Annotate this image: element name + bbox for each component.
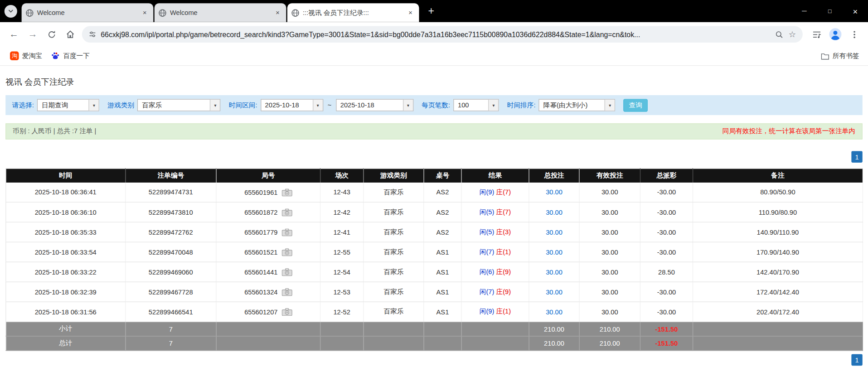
cell-round: 655601441 [216, 262, 320, 282]
bookmark-star-icon[interactable]: ☆ [789, 29, 796, 39]
cell-valid-bet: 30.00 [579, 262, 640, 282]
page-size-select[interactable]: 100 ▾ [453, 99, 499, 111]
cell-round: 655601207 [216, 302, 320, 322]
total-bet-link[interactable]: 30.00 [546, 248, 563, 256]
sort-order-label: 时间排序: [507, 101, 536, 110]
search-button[interactable]: 查询 [624, 99, 648, 111]
column-header-valid-bet: 有效投注 [579, 169, 640, 183]
total-row: 总计 7 210.00 210.00 -151.50 [6, 336, 863, 351]
column-header-bet-id: 注单编号 [126, 169, 216, 183]
cell-session: 12-55 [320, 242, 364, 262]
tab-close-icon[interactable]: × [273, 8, 282, 18]
camera-icon[interactable] [281, 308, 292, 316]
chevron-down-icon[interactable]: ▾ [488, 100, 498, 111]
table-row: 2025-10-18 06:33:54 522899470048 6556015… [6, 242, 863, 262]
globe-icon [291, 9, 299, 17]
site-settings-icon[interactable] [88, 30, 96, 38]
total-bet-link[interactable]: 30.00 [546, 308, 563, 316]
column-header-time: 时间 [6, 169, 126, 183]
chevron-down-icon[interactable]: ▾ [605, 100, 615, 111]
tab-bet-record-active[interactable]: :::视讯 会员下注纪录::: × [287, 3, 419, 22]
address-bar[interactable]: 66cxkj98.com/ipl/portal.php/game/betreco… [82, 26, 803, 43]
page-button-1[interactable]: 1 [851, 151, 862, 163]
tab-close-icon[interactable]: × [406, 8, 415, 18]
bookmark-baidu[interactable]: 百度一下 [47, 49, 94, 63]
cell-payout: 28.50 [640, 262, 693, 282]
date-from-select[interactable]: 2025-10-18 ▾ [261, 99, 323, 111]
browser-menu-icon[interactable] [845, 25, 864, 44]
camera-icon[interactable] [281, 208, 292, 216]
total-bet-link[interactable]: 30.00 [546, 268, 563, 276]
cell-total-bet: 30.00 [529, 182, 579, 202]
sort-order-select[interactable]: 降幂(由大到小) ▾ [539, 99, 616, 111]
tab-welcome-2[interactable]: Welcome × [155, 3, 286, 22]
cell-table: AS1 [424, 242, 461, 262]
chevron-down-icon[interactable]: ▾ [403, 100, 413, 111]
url-text[interactable]: 66cxkj98.com/ipl/portal.php/game/betreco… [101, 30, 770, 39]
cell-round: 655601872 [216, 202, 320, 222]
total-bet-link[interactable]: 30.00 [546, 188, 563, 196]
cell-session: 12-54 [320, 262, 364, 282]
folder-icon [821, 52, 829, 59]
tab-welcome-1[interactable]: Welcome × [22, 3, 154, 22]
profile-avatar[interactable] [826, 25, 845, 44]
total-bet-link[interactable]: 30.00 [546, 228, 563, 236]
cell-total-bet: 30.00 [529, 222, 579, 242]
table-body: 2025-10-18 06:36:41 522899474731 6556019… [6, 182, 863, 322]
forward-icon[interactable]: → [23, 25, 42, 44]
chevron-down-icon[interactable]: ▾ [210, 100, 220, 111]
cell-valid-bet: 30.00 [579, 182, 640, 202]
cell-round: 655601324 [216, 282, 320, 302]
media-controls-icon[interactable] [807, 25, 826, 44]
tab-title: :::视讯 会员下注纪录::: [303, 8, 402, 18]
cell-valid-bet: 30.00 [579, 202, 640, 222]
cell-session: 12-42 [320, 202, 364, 222]
cell-payout: -30.00 [640, 242, 693, 262]
refresh-icon[interactable] [42, 25, 61, 44]
cell-table: AS1 [424, 302, 461, 322]
home-icon[interactable] [61, 25, 80, 44]
browser-window: Welcome × Welcome × :::视讯 会员下注纪录::: × + … [0, 0, 868, 376]
cell-game: 百家乐 [364, 282, 424, 302]
back-icon[interactable]: ← [5, 25, 24, 44]
window-maximize-button[interactable]: □ [817, 0, 843, 22]
cell-session: 12-41 [320, 222, 364, 242]
game-type-select[interactable]: 百家乐 ▾ [137, 99, 220, 111]
summary-notice-text: 同局有效投注，统一计算在该局第一张注单内 [723, 127, 855, 136]
page-button-1[interactable]: 1 [851, 354, 862, 366]
column-header-result: 结果 [461, 169, 529, 183]
camera-icon[interactable] [281, 268, 292, 276]
window-close-button[interactable]: × [843, 0, 868, 22]
tab-close-icon[interactable]: × [140, 8, 150, 18]
new-tab-button[interactable]: + [423, 3, 439, 19]
table-footer: 小计 7 210.00 210.00 -151.50 总计 7 210.00 2… [6, 322, 863, 351]
cell-time: 2025-10-18 06:32:39 [6, 282, 126, 302]
tab-search-button[interactable] [5, 5, 17, 17]
date-to-select[interactable]: 2025-10-18 ▾ [336, 99, 413, 111]
bookmark-taobao[interactable]: 淘 爱淘宝 [5, 49, 46, 63]
chevron-down-icon[interactable]: ▾ [313, 100, 323, 111]
chevron-down-icon [8, 10, 13, 13]
cell-table: AS2 [424, 202, 461, 222]
total-bet-link[interactable]: 30.00 [546, 288, 563, 296]
camera-icon[interactable] [281, 188, 292, 196]
cell-bet-id: 522899472762 [126, 222, 216, 242]
date-type-select[interactable]: 日期查询 ▾ [37, 99, 99, 111]
chevron-down-icon[interactable]: ▾ [89, 100, 99, 111]
window-minimize-button[interactable]: ─ [791, 0, 817, 22]
cell-total-bet: 30.00 [529, 202, 579, 222]
cell-session: 12-53 [320, 282, 364, 302]
camera-icon[interactable] [281, 248, 292, 256]
column-header-table: 桌号 [424, 169, 461, 183]
zoom-icon[interactable] [775, 30, 783, 39]
all-bookmarks-button[interactable]: 所有书签 [818, 51, 863, 61]
bet-record-table: 时间 注单编号 局号 场次 游戏类别 桌号 结果 总投注 有效投注 总派彩 备注… [5, 168, 863, 351]
cell-time: 2025-10-18 06:33:54 [6, 242, 126, 262]
camera-icon[interactable] [281, 288, 292, 296]
cell-remark: 110.90/80.90 [693, 202, 863, 222]
cell-time: 2025-10-18 06:36:41 [6, 182, 126, 202]
cell-game: 百家乐 [364, 262, 424, 282]
cell-bet-id: 522899473810 [126, 202, 216, 222]
total-bet-link[interactable]: 30.00 [546, 208, 563, 216]
camera-icon[interactable] [281, 228, 292, 236]
